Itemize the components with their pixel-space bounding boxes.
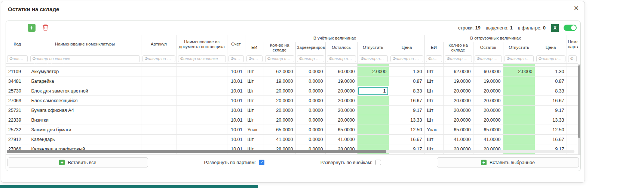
insert-selected-label: Вставить выбранное [490,160,535,165]
col-header-dispatch[interactable]: Отпустить [357,42,389,54]
cell-remaining: 20.0000 [325,115,357,125]
excel-export-button[interactable]: X [551,24,559,32]
close-icon[interactable]: × [572,4,581,13]
cell-dispatch2[interactable] [503,86,535,96]
cell-price2: 8.33 [535,86,567,96]
cell-dispatch2[interactable] [503,115,535,125]
cell-name: Зажим для бумаги [29,125,141,135]
cell-dispatch[interactable] [357,64,389,67]
cell-dispatch[interactable] [357,125,389,135]
horizontal-scrollbar[interactable] [7,150,574,153]
col-header-articul[interactable]: Артикул [141,35,177,54]
filter-input-qty[interactable] [265,55,294,62]
col-header-code[interactable]: Код [6,35,29,54]
cell-dispatch2[interactable]: 2.0000 [503,67,535,76]
filter-input-unit2[interactable] [426,55,442,62]
col-header-remaining2[interactable]: Остаток [473,42,503,54]
col-header-qty[interactable]: Кол-во на складе [264,42,295,54]
table-row[interactable]: 25732 Зажим для бумаги 10.01 Упак 65.000… [6,125,578,135]
table-row[interactable]: 22339 Визитки 10.01 Шт 20.0000 0.0000 20… [6,115,578,125]
table-row[interactable]: 34481 Батарейка 10.01 Шт 19.0000 0.0000 … [6,76,578,86]
col-header-account[interactable]: Счет [227,35,245,54]
cell-unit2: Шт [424,115,443,125]
delete-row-button[interactable] [42,24,49,32]
cell-unit: Шт [245,96,264,106]
col-header-price2[interactable]: Цена [535,42,567,54]
col-header-unit2[interactable]: ЕИ [424,42,443,54]
toggle-switch[interactable] [564,25,577,31]
table-row[interactable]: 27912 Календарь 10.01 Шт 41.0000 0.0000 … [6,135,578,144]
insert-selected-button[interactable]: + Вставить выбранное [437,157,579,167]
table-row[interactable]: 21144 Адаптер универсальный 10.01 Шт 5 6… [6,64,578,67]
cell-remaining: 19.0000 [325,76,357,86]
col-header-dispatch2[interactable]: Отпустить [503,42,535,54]
cell-name: Батарейка [29,76,141,86]
col-header-name[interactable]: Наименование номенклатуры [29,35,141,54]
col-header-qty2[interactable]: Кол-во на складе [443,42,473,54]
cell-dispatch[interactable] [357,86,389,96]
filter-input-unit[interactable] [246,55,263,62]
filter-input-batch[interactable] [568,55,577,62]
col-header-remaining[interactable]: Осталось [325,42,357,54]
col-header-doc-name[interactable]: Наименование из документа поставщика [177,35,227,54]
col-header-reserved[interactable]: Зарезервировано [295,42,325,54]
horizontal-scrollbar-thumb[interactable] [7,150,386,153]
table-row[interactable]: 25731 Бумага офисная А4 10.01 Шт 20.0000… [6,106,578,115]
cell-name: Визитки [29,115,141,125]
table-body-viewport[interactable]: 21144 Адаптер универсальный 10.01 Шт 5 6… [6,64,580,154]
selected-count-label: выделено: [486,25,509,31]
cell-price: 16.67 [389,135,424,144]
group-header-accounting: В учётных величинах [245,35,424,42]
col-header-unit[interactable]: ЕИ [245,42,264,54]
table-row[interactable]: 25730 Блок для заметок цветной 10.01 Шт … [6,86,578,96]
cell-dispatch2[interactable] [503,76,535,86]
filter-input-price2[interactable] [536,55,565,62]
cell-unit2: Упак [424,125,443,135]
filter-input-dispatch[interactable] [359,55,388,62]
vertical-scrollbar[interactable] [578,64,580,154]
insert-all-button[interactable]: + Вставить всё [7,157,148,167]
filter-input-doc-name[interactable] [178,55,226,62]
filter-input-remaining2[interactable] [475,55,502,62]
vertical-scrollbar-thumb[interactable] [578,65,580,138]
dispatch-edit-input[interactable] [358,87,388,95]
cell-account: 10.01 [227,125,245,135]
filter-input-articul[interactable] [142,55,175,62]
cell-batch [567,86,578,96]
col-header-price[interactable]: Цена [389,42,424,54]
table-row[interactable]: 21109 Аккумулятор 10.01 Шт 62.0000 0.000… [6,67,578,76]
cell-account: 10.01 [227,96,245,106]
filter-input-reserved[interactable] [297,55,324,62]
trash-icon [42,26,49,32]
expand-cells-checkbox[interactable] [375,160,381,165]
filter-input-name[interactable] [30,55,140,62]
cell-articul [141,115,177,125]
cell-dispatch2[interactable] [503,64,535,67]
cell-dispatch2[interactable] [503,96,535,106]
filter-input-code[interactable] [7,55,28,62]
cell-doc-name [177,96,227,106]
filter-input-dispatch2[interactable] [505,55,534,62]
filter-input-qty2[interactable] [445,55,472,62]
cell-dispatch[interactable] [357,96,389,106]
cell-dispatch2[interactable] [503,106,535,115]
cell-unit2: Шт [424,96,443,106]
cell-dispatch[interactable] [357,135,389,144]
cell-qty: 20.0000 [264,86,295,96]
filter-input-remaining[interactable] [327,55,356,62]
table-row[interactable]: 27063 Блок самоклеящийся 10.01 Шт 20.000… [6,96,578,106]
expand-batches-checkbox[interactable]: ✓ [259,160,264,165]
cell-unit: Шт [245,115,264,125]
cell-dispatch2[interactable] [503,125,535,135]
cell-dispatch[interactable] [357,76,389,86]
cell-articul [141,64,177,67]
add-row-button[interactable]: + [28,24,36,32]
col-header-batch[interactable]: Номер партии [567,35,578,54]
filter-input-price[interactable] [390,55,423,62]
cell-dispatch[interactable] [357,115,389,125]
cell-dispatch[interactable]: 2.0000 [357,67,389,76]
filter-input-account[interactable] [229,55,244,62]
cell-dispatch[interactable] [357,106,389,115]
cell-code: 22339 [6,115,29,125]
cell-dispatch2[interactable] [503,135,535,144]
